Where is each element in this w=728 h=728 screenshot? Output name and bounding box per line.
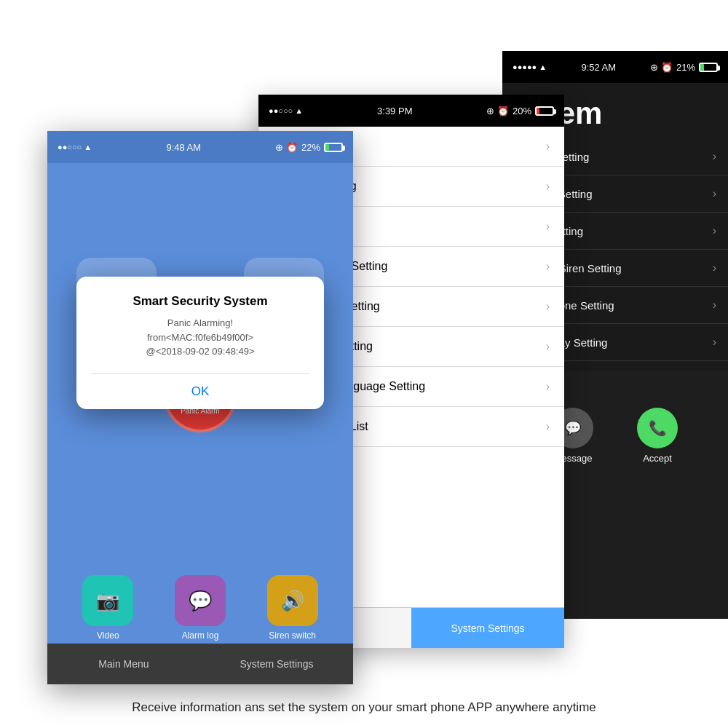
siren-icon-box: 🔊 Siren switch <box>267 575 318 641</box>
mid-status-bar: ●●○○○ ▲ 3:39 PM ⊕ ⏰ 20% <box>258 95 564 127</box>
video-icon-box: 📷 Video <box>82 575 133 641</box>
video-label: Video <box>97 630 119 641</box>
caption: Receive information ans set the system o… <box>0 700 728 715</box>
alert-title: Smart Security System <box>91 294 309 309</box>
mid-icons: ⊕ ⏰ <box>486 106 509 116</box>
front-icons: ⊕ ⏰ <box>275 142 298 153</box>
accept-button-group: 📞 Accept <box>637 408 678 464</box>
alarm-log-button[interactable]: 💬 <box>175 575 226 626</box>
front-tab-system-settings[interactable]: System Settings <box>200 644 353 684</box>
accept-circle[interactable]: 📞 <box>637 408 678 448</box>
video-button[interactable]: 📷 <box>82 575 133 626</box>
front-percent: 22% <box>301 142 320 153</box>
front-status-right: ⊕ ⏰ 22% <box>275 142 343 153</box>
chevron-icon: › <box>546 420 550 433</box>
screenshots-area: ●●●●● ▲ 9:52 AM ⊕ ⏰ 21% ystem Remote Set… <box>0 29 728 662</box>
alert-ok-button[interactable]: OK <box>91 374 309 409</box>
front-signal: ●●○○○ ▲ <box>58 143 92 151</box>
alarm-log-icon-box: 💬 Alarm log <box>175 575 226 641</box>
chevron-icon: › <box>546 340 550 353</box>
back-percent: 21% <box>676 62 695 73</box>
chevron-icon: › <box>713 261 716 274</box>
alert-dialog: Smart Security System Panic Alarming!fro… <box>76 277 324 409</box>
siren-switch-button[interactable]: 🔊 <box>267 575 318 626</box>
phone-front: ●●○○○ ▲ 9:48 AM ⊕ ⏰ 22% 🔒 🔓 🔔 Panic Alar… <box>47 131 353 684</box>
chevron-icon: › <box>546 300 550 313</box>
mid-signal: ●●○○○ ▲ <box>269 106 303 115</box>
chevron-icon: › <box>546 140 550 153</box>
front-tab-bar: Main Menu System Settings <box>47 644 353 684</box>
chevron-icon: › <box>546 260 550 273</box>
chevron-icon: › <box>713 224 716 237</box>
chevron-icon: › <box>546 220 550 233</box>
front-time: 9:48 AM <box>166 142 201 153</box>
caption-text: Receive information ans set the system o… <box>132 700 596 714</box>
front-status-bar: ●●○○○ ▲ 9:48 AM ⊕ ⏰ 22% <box>47 131 353 163</box>
chevron-icon: › <box>546 180 550 193</box>
front-tab-main-menu[interactable]: Main Menu <box>47 644 200 684</box>
chevron-icon: › <box>546 380 550 393</box>
accept-label: Accept <box>643 453 672 464</box>
chevron-icon: › <box>713 336 716 349</box>
mid-tab-settings[interactable]: System Settings <box>411 608 564 648</box>
bottom-icons-row: 📷 Video 💬 Alarm log 🔊 Siren switch <box>47 575 353 641</box>
chevron-icon: › <box>713 298 716 312</box>
back-icons: ⊕ ⏰ <box>650 62 673 73</box>
back-status-bar: ●●●●● ▲ 9:52 AM ⊕ ⏰ 21% <box>502 51 728 83</box>
main-container: ●●●●● ▲ 9:52 AM ⊕ ⏰ 21% ystem Remote Set… <box>0 0 728 728</box>
front-battery <box>324 143 343 152</box>
chevron-icon: › <box>713 187 716 200</box>
back-signal: ●●●●● ▲ <box>513 63 547 71</box>
call-buttons-row: 💬 Message 📞 Accept <box>553 408 678 478</box>
back-time: 9:52 AM <box>581 62 616 73</box>
mid-time: 3:39 PM <box>377 106 412 116</box>
back-battery <box>699 63 718 72</box>
mid-percent: 20% <box>513 106 531 116</box>
mid-status-right: ⊕ ⏰ 20% <box>486 106 554 116</box>
chevron-icon: › <box>713 150 716 163</box>
siren-label: Siren switch <box>269 630 316 641</box>
back-status-right: ⊕ ⏰ 21% <box>650 62 718 73</box>
mid-battery <box>535 106 554 116</box>
alert-message: Panic Alarming!from<MAC:f0fe6b49f00f>@<2… <box>91 316 309 359</box>
alarm-log-label: Alarm log <box>182 630 219 641</box>
